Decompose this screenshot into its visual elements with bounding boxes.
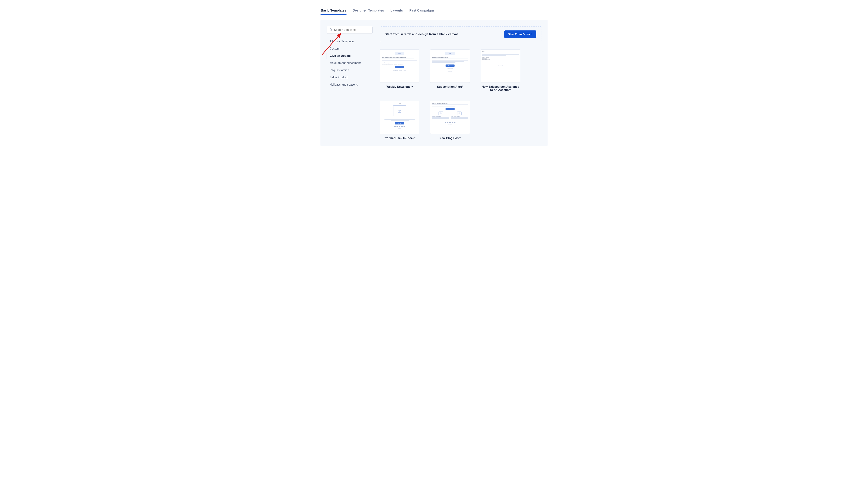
svg-line-2 <box>331 30 332 31</box>
template-preview: Logo The most important email of the yea… <box>430 50 470 83</box>
category-list: All Basic Templates Custom Give an Updat… <box>327 38 373 88</box>
category-all-basic[interactable]: All Basic Templates <box>327 38 373 44</box>
preview-image-placeholder-icon <box>438 111 443 115</box>
preview-logo-placeholder: Logo <box>395 52 404 55</box>
category-sell-product[interactable]: Sell a Product <box>327 74 373 80</box>
template-preview: Lead here with the title of your post Re… <box>430 101 470 134</box>
preview-cta-button: Read More <box>395 66 404 68</box>
template-card-subscription-alert[interactable]: Logo The most important email of the yea… <box>430 50 470 92</box>
templates-grid: Logo Give them the highlights, but don't… <box>380 50 541 140</box>
content-area: Start from scratch and design from a bla… <box>380 26 541 140</box>
search-input-wrap[interactable] <box>327 26 373 34</box>
search-input[interactable] <box>334 28 370 32</box>
template-card-new-salesperson[interactable]: Hi Pat, Sidney R. Rubinstein123-555-0123… <box>481 50 520 92</box>
template-card-new-blog-post[interactable]: Lead here with the title of your post Re… <box>430 101 470 140</box>
svg-point-4 <box>399 110 399 110</box>
template-label: Product Back In Stock* <box>384 136 415 140</box>
start-from-scratch-box: Start from scratch and design from a bla… <box>380 26 541 42</box>
tab-layouts[interactable]: Layouts <box>390 7 403 15</box>
tab-past-campaigns[interactable]: Past Campaigns <box>409 7 435 15</box>
main-area: All Basic Templates Custom Give an Updat… <box>320 20 548 146</box>
svg-point-1 <box>330 29 332 30</box>
template-preview: Friends Buy Now 4634 Laurel St. <box>380 101 420 134</box>
preview-social-icons <box>382 126 417 127</box>
category-give-update[interactable]: Give an Update <box>327 53 373 59</box>
tab-designed-templates[interactable]: Designed Templates <box>352 7 384 15</box>
category-make-announcement[interactable]: Make an Announcement <box>327 60 373 66</box>
preview-social-icons <box>432 122 468 123</box>
template-preview: Logo Give them the highlights, but don't… <box>380 50 420 83</box>
sidebar: All Basic Templates Custom Give an Updat… <box>327 26 373 140</box>
category-custom[interactable]: Custom <box>327 45 373 52</box>
preview-image-placeholder-icon <box>457 111 462 115</box>
search-icon <box>329 28 332 32</box>
category-request-action[interactable]: Request Action <box>327 67 373 73</box>
template-card-back-in-stock[interactable]: Friends Buy Now 4634 Laurel St. Product … <box>380 101 420 140</box>
preview-image-placeholder-icon <box>393 105 406 116</box>
preview-cta-button: Read More <box>445 108 455 110</box>
scratch-text: Start from scratch and design from a bla… <box>385 32 459 36</box>
preview-logo-placeholder: Logo <box>445 52 455 55</box>
preview-cta-button: Buy Now <box>395 122 404 125</box>
preview-cta-button: Renew Now <box>445 64 455 67</box>
tabs-row: Basic Templates Designed Templates Layou… <box>320 7 548 15</box>
tab-basic-templates[interactable]: Basic Templates <box>320 7 347 15</box>
template-label: Weekly Newsletter* <box>386 85 413 89</box>
template-card-weekly-newsletter[interactable]: Logo Give them the highlights, but don't… <box>380 50 420 92</box>
category-holidays[interactable]: Holidays and seasons <box>327 82 373 88</box>
template-label: Subscription Alert* <box>437 85 463 89</box>
start-from-scratch-button[interactable]: Start From Scratch <box>504 30 536 38</box>
template-label: New Blog Post* <box>439 136 461 140</box>
svg-point-8 <box>459 113 459 113</box>
template-label: New Salesperson Assigned to An Account* <box>481 85 520 92</box>
template-preview: Hi Pat, Sidney R. Rubinstein123-555-0123… <box>481 50 520 83</box>
svg-point-6 <box>440 113 441 113</box>
